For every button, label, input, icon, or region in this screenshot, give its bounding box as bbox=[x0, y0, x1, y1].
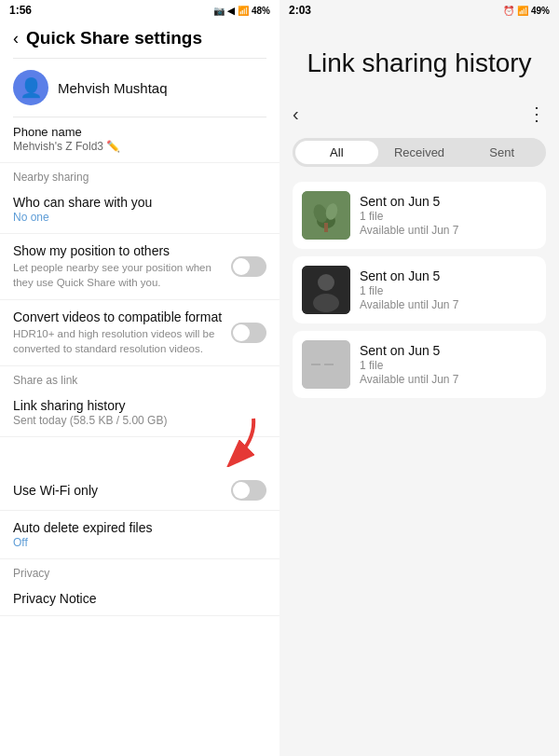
history-item-1[interactable]: Sent on Jun 5 1 file Available until Jun… bbox=[293, 182, 546, 249]
history-item-2[interactable]: Sent on Jun 5 1 file Available until Jun… bbox=[293, 256, 546, 323]
status-bar-right: 2:03 ⏰ 📶 49% bbox=[280, 0, 559, 21]
nearby-sharing-label: Nearby sharing bbox=[0, 163, 280, 186]
link-history-title: Link sharing history bbox=[13, 398, 266, 413]
status-icons-left: 📷 ◀ 📶 48% bbox=[213, 6, 270, 16]
history-title-3: Sent on Jun 5 bbox=[360, 343, 459, 358]
plant-image bbox=[302, 191, 350, 240]
convert-videos-title: Convert videos to compatible format bbox=[13, 309, 231, 324]
time-left: 1:56 bbox=[9, 4, 32, 17]
phone-name-value: Mehvish's Z Fold3 ✏️ bbox=[13, 140, 266, 153]
history-sub2-3: Available until Jun 7 bbox=[360, 373, 459, 386]
convert-videos-toggle[interactable] bbox=[231, 323, 266, 343]
phone-name-label: Phone name bbox=[13, 125, 266, 139]
tab-all[interactable]: All bbox=[295, 141, 378, 164]
wifi-only-toggle[interactable] bbox=[231, 480, 266, 501]
avatar: 👤 bbox=[13, 70, 48, 105]
phone-name-setting[interactable]: Phone name Mehvish's Z Fold3 ✏️ bbox=[0, 117, 280, 163]
auto-delete-value: Off bbox=[13, 536, 266, 549]
link-history-desc: Sent today (58.5 KB / 5.00 GB) bbox=[13, 414, 266, 427]
tab-sent[interactable]: Sent bbox=[460, 141, 543, 164]
who-can-share-setting[interactable]: Who can share with you No one bbox=[0, 186, 280, 234]
svg-rect-9 bbox=[302, 266, 350, 314]
right-page-title: Link sharing history bbox=[280, 21, 559, 99]
right-panel: 2:03 ⏰ 📶 49% Link sharing history ‹ ⋮ Al… bbox=[280, 0, 559, 756]
back-button-left[interactable]: ‹ bbox=[13, 29, 19, 48]
page-title-left: Quick Share settings bbox=[26, 28, 202, 48]
person-image bbox=[302, 266, 350, 314]
thumb-2 bbox=[302, 266, 350, 314]
history-item-3[interactable]: Sent on Jun 5 1 file Available until Jun… bbox=[293, 331, 546, 398]
left-header: ‹ Quick Share settings bbox=[0, 21, 280, 58]
more-options-button[interactable]: ⋮ bbox=[527, 103, 546, 125]
convert-videos-desc: HDR10+ and high resolution videos will b… bbox=[13, 326, 231, 356]
show-position-toggle[interactable] bbox=[231, 256, 266, 277]
history-title-1: Sent on Jun 5 bbox=[360, 194, 459, 209]
history-sub2-1: Available until Jun 7 bbox=[360, 224, 459, 237]
time-right: 2:03 bbox=[289, 4, 311, 17]
privacy-label: Privacy bbox=[0, 559, 280, 582]
convert-videos-content: Convert videos to compatible format HDR1… bbox=[13, 309, 231, 356]
show-position-setting[interactable]: Show my position to others Let people ne… bbox=[0, 234, 280, 300]
status-bar-left: 1:56 📷 ◀ 📶 48% bbox=[0, 0, 280, 21]
privacy-notice-title: Privacy Notice bbox=[13, 591, 266, 606]
tab-bar: All Received Sent bbox=[293, 138, 546, 167]
wifi-only-setting[interactable]: Use Wi-Fi only bbox=[0, 471, 280, 511]
show-position-content: Show my position to others Let people ne… bbox=[13, 243, 231, 290]
auto-delete-setting[interactable]: Auto delete expired files Off bbox=[0, 511, 280, 559]
gray-image bbox=[302, 340, 350, 389]
wifi-only-content: Use Wi-Fi only bbox=[13, 483, 231, 498]
auto-delete-title: Auto delete expired files bbox=[13, 520, 266, 535]
link-history-wrapper: Link sharing history Sent today (58.5 KB… bbox=[0, 389, 280, 437]
status-icons-right: ⏰ 📶 49% bbox=[503, 6, 550, 16]
who-can-share-value: No one bbox=[13, 211, 266, 224]
history-sub1-2: 1 file bbox=[360, 284, 459, 297]
history-info-3: Sent on Jun 5 1 file Available until Jun… bbox=[360, 343, 459, 386]
history-list: Sent on Jun 5 1 file Available until Jun… bbox=[280, 178, 559, 402]
show-position-desc: Let people nearby see your position when… bbox=[13, 260, 231, 290]
history-info-2: Sent on Jun 5 1 file Available until Jun… bbox=[360, 268, 459, 311]
history-sub2-2: Available until Jun 7 bbox=[360, 298, 459, 311]
convert-videos-setting[interactable]: Convert videos to compatible format HDR1… bbox=[0, 300, 280, 366]
share-as-link-label: Share as link bbox=[0, 366, 280, 389]
link-sharing-history-setting[interactable]: Link sharing history Sent today (58.5 KB… bbox=[0, 389, 280, 437]
profile-name: Mehvish Mushtaq bbox=[58, 80, 168, 96]
tab-received[interactable]: Received bbox=[378, 141, 461, 164]
left-panel: 1:56 📷 ◀ 📶 48% ‹ Quick Share settings 👤 … bbox=[0, 0, 280, 756]
svg-rect-5 bbox=[324, 223, 328, 232]
back-button-right[interactable]: ‹ bbox=[293, 103, 299, 125]
history-info-1: Sent on Jun 5 1 file Available until Jun… bbox=[360, 194, 459, 237]
history-sub1-1: 1 file bbox=[360, 210, 459, 223]
wifi-only-title: Use Wi-Fi only bbox=[13, 483, 231, 498]
privacy-notice-setting[interactable]: Privacy Notice bbox=[0, 582, 280, 616]
who-can-share-title: Who can share with you bbox=[13, 195, 266, 210]
history-title-2: Sent on Jun 5 bbox=[360, 268, 459, 283]
history-sub1-3: 1 file bbox=[360, 359, 459, 372]
right-nav: ‹ ⋮ bbox=[280, 99, 559, 138]
show-position-title: Show my position to others bbox=[13, 243, 231, 258]
thumb-3 bbox=[302, 340, 350, 389]
profile-row[interactable]: 👤 Mehvish Mushtaq bbox=[0, 59, 280, 117]
thumb-1 bbox=[302, 191, 350, 240]
